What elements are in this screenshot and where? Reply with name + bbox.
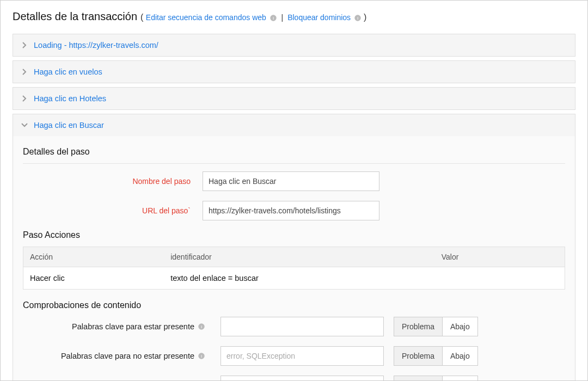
- svg-text:i: i: [201, 324, 202, 329]
- separator: |: [281, 13, 284, 22]
- page-title: Detalles de la transacción: [13, 10, 137, 23]
- down-button[interactable]: Abajo: [443, 347, 477, 365]
- svg-text:i: i: [273, 16, 274, 21]
- step-url-label: URL del paso`: [23, 206, 203, 215]
- step-detail-panel: Detalles del paso Nombre del paso URL de…: [13, 136, 575, 381]
- chevron-right-icon: [21, 68, 28, 76]
- down-button[interactable]: Abajo: [443, 317, 477, 336]
- chevron-right-icon: [21, 41, 28, 49]
- action-cell: Hacer clic: [23, 267, 164, 290]
- col-action-header: Acción: [23, 247, 164, 267]
- step-title: Haga clic en vuelos: [34, 67, 102, 76]
- block-domains-link[interactable]: Bloquear dominios: [287, 13, 351, 22]
- keywords-present-label: Palabras clave para estar presente i: [23, 322, 211, 331]
- down-button[interactable]: Abajo: [443, 376, 477, 381]
- step-row-loading[interactable]: Loading - https://zylker-travels.com/: [13, 34, 575, 57]
- info-icon: i: [198, 352, 205, 360]
- actions-table: Acción identificador Valor Hacer clic te…: [23, 247, 565, 290]
- info-icon: i: [270, 14, 277, 22]
- step-row-flights[interactable]: Haga clic en vuelos: [13, 60, 575, 83]
- col-value-header: Valor: [435, 247, 565, 267]
- step-name-input[interactable]: [203, 171, 379, 191]
- keywords-present-input[interactable]: [220, 317, 384, 336]
- edit-script-link[interactable]: Editar secuencia de comandos web: [146, 13, 266, 22]
- divider: [23, 163, 565, 164]
- value-cell: [435, 267, 565, 290]
- table-row: Hacer clic texto del enlace = buscar: [23, 267, 565, 290]
- info-icon: i: [354, 14, 362, 22]
- svg-text:i: i: [357, 16, 358, 21]
- problem-button[interactable]: Problema: [394, 347, 443, 365]
- col-id-header: identificador: [164, 247, 435, 267]
- header-links: ( Editar secuencia de comandos web i | B…: [140, 13, 366, 22]
- step-row-hotels[interactable]: Haga clic en Hoteles: [13, 87, 575, 110]
- severity-toggle[interactable]: Problema Abajo: [394, 346, 478, 366]
- paren-open: (: [140, 13, 146, 22]
- problem-button[interactable]: Problema: [394, 317, 443, 336]
- paren-close: ): [364, 13, 366, 22]
- step-row-search[interactable]: Haga clic en Buscar: [13, 114, 575, 136]
- checks-heading: Comprobaciones de contenido: [23, 300, 565, 310]
- step-title: Haga clic en Hoteles: [34, 94, 106, 103]
- keywords-not-present-label: Palabras clave para no estar presente i: [23, 352, 211, 360]
- step-name-label: Nombre del paso: [23, 177, 203, 186]
- detail-heading: Detalles del paso: [23, 147, 565, 157]
- info-icon: i: [198, 323, 205, 330]
- step-title: Loading - https://zylker-travels.com/: [34, 41, 158, 50]
- regex-input[interactable]: [220, 376, 384, 381]
- severity-toggle[interactable]: Problema Abajo: [394, 376, 478, 381]
- actions-heading: Paso Acciones: [23, 230, 565, 240]
- problem-button[interactable]: Problema: [394, 376, 443, 381]
- step-title: Haga clic en Buscar: [34, 121, 104, 130]
- step-url-input[interactable]: [203, 201, 379, 220]
- keywords-not-present-input[interactable]: [220, 346, 384, 366]
- identifier-cell: texto del enlace = buscar: [164, 267, 435, 290]
- severity-toggle[interactable]: Problema Abajo: [394, 317, 478, 336]
- svg-text:i: i: [201, 354, 202, 359]
- chevron-right-icon: [21, 95, 28, 102]
- chevron-down-icon: [21, 121, 28, 129]
